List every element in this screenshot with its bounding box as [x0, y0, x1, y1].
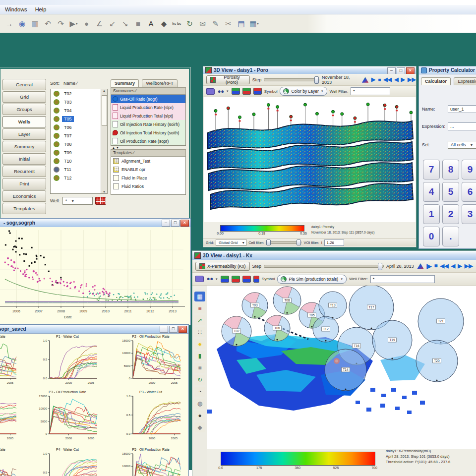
- summary-item[interactable]: Oil Injection Total History (soith): [111, 128, 185, 137]
- mini-chart-p5---oil-production-rate[interactable]: P5 - Oil Production Rate0500010000150002…: [118, 447, 183, 476]
- 3d-fence-canvas[interactable]: [204, 97, 416, 222]
- sidebar-tab-economics[interactable]: Economics: [2, 190, 46, 202]
- key-5[interactable]: 5: [442, 182, 459, 202]
- close-button[interactable]: ×: [180, 220, 189, 227]
- comment-icon[interactable]: ✉: [196, 17, 209, 30]
- well-list-item[interactable]: T08: [51, 140, 107, 148]
- mini-chart-p2---oil-production-rate[interactable]: P2 - Oil Production Rate0500010000150002…: [118, 334, 183, 388]
- well-list-item[interactable]: T04: [51, 106, 107, 115]
- sidebar-tab-layer[interactable]: Layer: [2, 128, 46, 140]
- step-back-button[interactable]: ◀: [451, 263, 455, 269]
- mini-chart-p0---oil-production-rate[interactable]: P0 - Oil Production Rate0500010000150002…: [0, 334, 19, 388]
- play-button[interactable]: ▶: [371, 77, 375, 82]
- step-slider[interactable]: [264, 78, 319, 81]
- layers-icon[interactable]: ≡: [194, 303, 205, 313]
- property-select-button[interactable]: Porosity (Poro): [206, 75, 250, 84]
- step-forward-button[interactable]: ▶: [401, 77, 405, 82]
- well-color-grid-button[interactable]: [95, 197, 106, 205]
- maximize-button[interactable]: □: [169, 326, 178, 333]
- property-select-button[interactable]: X-Permeability (Kx): [195, 262, 250, 271]
- well-filter-input[interactable]: *: [370, 275, 435, 283]
- grid-layer-view-icon[interactable]: [242, 276, 251, 283]
- step-back-button[interactable]: ◀: [394, 77, 398, 82]
- sidebar-tab-recurrent[interactable]: Recurrent: [2, 166, 46, 177]
- axes-select-icon[interactable]: ∠: [93, 17, 106, 30]
- minimize-button[interactable]: –: [387, 67, 396, 74]
- sidebar-tab-templates[interactable]: Templates: [2, 203, 46, 214]
- print-icon[interactable]: ▤: [235, 17, 247, 30]
- wells-icon[interactable]: ☻☻: [217, 89, 224, 94]
- cylinder-icon[interactable]: ◍: [194, 399, 205, 409]
- well-list-item[interactable]: T12: [51, 174, 107, 182]
- stop-icon[interactable]: ■: [132, 17, 144, 30]
- expression-input[interactable]: ...: [448, 122, 476, 130]
- refresh-icon[interactable]: ↻: [183, 17, 196, 30]
- grid-template-icon[interactable]: [113, 158, 119, 164]
- symbol-combo[interactable]: Pie Sim (production totals) ▼: [277, 275, 347, 284]
- set-combo[interactable]: All cells▼: [448, 141, 476, 149]
- folder-icon[interactable]: [195, 276, 204, 282]
- chevron-down-icon[interactable]: ▼: [215, 278, 218, 281]
- sidebar-tab-grid[interactable]: Grid: [2, 91, 46, 103]
- skip-start-button[interactable]: ◀◀: [440, 263, 449, 269]
- grid-property-view-icon[interactable]: [232, 276, 240, 283]
- well-list-scrollbar[interactable]: ▲▼: [101, 89, 107, 193]
- key-9[interactable]: 9: [462, 160, 476, 179]
- wells-icon[interactable]: ☻☻: [206, 277, 213, 281]
- well-filter-combo[interactable]: *▼: [62, 197, 93, 205]
- menu-windows[interactable]: Windows: [5, 6, 27, 12]
- key-1[interactable]: 1: [423, 204, 440, 224]
- play-icon[interactable]: ▶▾: [67, 17, 80, 30]
- grid-layer-view-icon[interactable]: [253, 88, 262, 95]
- axes-icon[interactable]: ↗: [194, 315, 205, 325]
- mini-chart-p3---oil-production-rate[interactable]: P3 - Oil Production Rate0500010000150002…: [35, 390, 100, 443]
- annotate-icon[interactable]: A: [145, 17, 157, 30]
- well-list-item[interactable]: T03: [51, 98, 107, 106]
- redo-icon[interactable]: ↷: [55, 17, 67, 30]
- key-3[interactable]: 3: [462, 204, 476, 224]
- mini-chart-p1---water-cut[interactable]: P1 - Water Cut0.00.51.020002005: [35, 334, 100, 388]
- cell-filter-slider[interactable]: [266, 241, 301, 244]
- key-7[interactable]: 7: [423, 160, 440, 179]
- play-button[interactable]: ▶: [427, 263, 432, 269]
- tab-expression[interactable]: Expression: [454, 77, 476, 85]
- well-symbol-icon[interactable]: [253, 276, 259, 283]
- summary-item[interactable]: Oil Injection Rate History (soirh): [111, 120, 185, 128]
- summaries-header[interactable]: Summaries ∕: [111, 87, 186, 95]
- grid-combo[interactable]: Global Grid▼: [216, 239, 246, 246]
- name-input[interactable]: user_1: [448, 105, 476, 113]
- summary-item[interactable]: Liquid Production Total (slpt): [111, 112, 185, 120]
- slider-handle[interactable]: [378, 263, 382, 270]
- grid-top-view-icon[interactable]: [221, 276, 229, 283]
- maximize-button[interactable]: □: [397, 67, 405, 74]
- draw-icon[interactable]: ✎: [209, 17, 222, 30]
- well-list-item[interactable]: T05: [51, 115, 107, 123]
- probe-icon[interactable]: ◆: [194, 422, 205, 432]
- checkbox-icon[interactable]: [113, 175, 119, 181]
- sidebar-tab-initial[interactable]: Initial: [2, 153, 46, 165]
- sidebar-tab-wells[interactable]: Wells: [2, 116, 46, 127]
- template-item[interactable]: Fluid In Place: [111, 174, 185, 182]
- key-0[interactable]: 0: [423, 227, 440, 246]
- grid-property-view-icon[interactable]: [242, 88, 251, 95]
- summary-item[interactable]: Oil Production Rate (sopr): [111, 137, 185, 145]
- step-forward-button[interactable]: ▶: [458, 263, 462, 269]
- symbol-combo[interactable]: Color by Layer ▼: [280, 87, 327, 96]
- key-6[interactable]: 6: [462, 182, 476, 202]
- well-list-item[interactable]: T02: [51, 89, 107, 98]
- mini-chart-p4---water-cut[interactable]: P4 - Water Cut0.00.51.020002005: [35, 447, 100, 476]
- template-item[interactable]: Fluid Ratios: [111, 182, 185, 190]
- tab-wellbore-rft[interactable]: Wellbore/RFT: [142, 79, 177, 87]
- well-list-item[interactable]: T06: [51, 123, 107, 131]
- clock-icon[interactable]: ◔: [194, 387, 205, 397]
- zoom-data-out-icon[interactable]: ↘: [119, 17, 131, 30]
- well-list-item[interactable]: T11: [51, 165, 107, 174]
- well-list-item[interactable]: T07: [51, 131, 107, 140]
- templates-header[interactable]: Templates ∕: [111, 149, 186, 157]
- template-item[interactable]: ENABLE opr: [111, 165, 185, 174]
- sidebar-tab-general[interactable]: General: [2, 79, 46, 90]
- close-button[interactable]: ×: [406, 67, 415, 74]
- key-2[interactable]: 2: [442, 204, 459, 224]
- key-4[interactable]: 4: [423, 182, 440, 202]
- mini-chart-p4---oil-production-rate[interactable]: P4 - Oil Production Rate0500010000150002…: [0, 447, 19, 476]
